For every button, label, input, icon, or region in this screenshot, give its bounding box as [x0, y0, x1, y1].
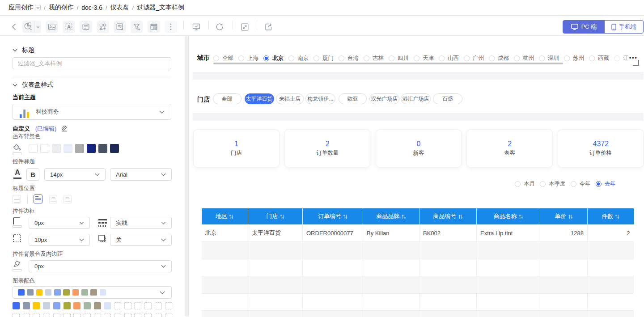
svg-text:A: A: [67, 24, 71, 30]
